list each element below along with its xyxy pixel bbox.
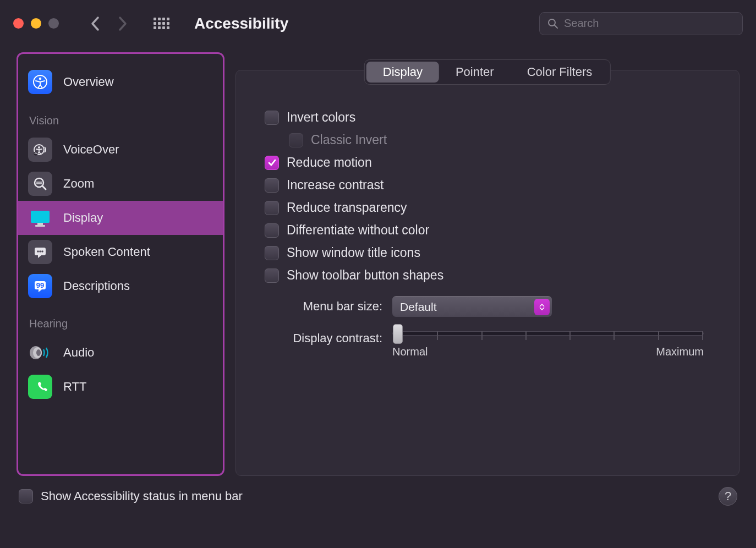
status-menu-bar-row: Show Accessibility status in menu bar bbox=[19, 489, 243, 503]
search-input[interactable] bbox=[564, 17, 735, 30]
zoom-icon bbox=[28, 172, 52, 196]
toolbar-shapes-row: Show toolbar button shapes bbox=[265, 268, 726, 283]
svg-point-15 bbox=[37, 250, 39, 253]
toolbar: Accessibility bbox=[0, 0, 756, 47]
rtt-icon bbox=[28, 375, 52, 399]
window-title: Accessibility bbox=[194, 15, 529, 32]
sidebar-item-rtt[interactable]: RTT bbox=[18, 370, 223, 404]
status-menu-bar-label: Show Accessibility status in menu bar bbox=[41, 489, 243, 503]
chevron-up-down-icon bbox=[534, 299, 550, 315]
reduce-transparency-label: Reduce transparency bbox=[287, 200, 407, 215]
display-contrast-label: Display contrast: bbox=[283, 331, 382, 346]
svg-rect-13 bbox=[35, 225, 45, 227]
back-button[interactable] bbox=[91, 16, 100, 31]
tab-display[interactable]: Display bbox=[366, 62, 439, 83]
menu-bar-size-value: Default bbox=[400, 300, 437, 314]
reduce-motion-row: Reduce motion bbox=[265, 155, 726, 170]
invert-colors-checkbox[interactable] bbox=[265, 111, 279, 125]
descriptions-icon: 99 bbox=[28, 274, 52, 298]
sidebar-item-audio[interactable]: Audio bbox=[18, 336, 223, 370]
diff-without-color-row: Differentiate without color bbox=[265, 223, 726, 238]
sidebar-item-voiceover[interactable]: VoiceOver bbox=[18, 133, 223, 167]
sidebar-section-vision: Vision bbox=[18, 100, 223, 133]
sidebar-item-label: Descriptions bbox=[63, 279, 130, 293]
classic-invert-label: Classic Invert bbox=[311, 133, 387, 147]
sidebar-item-label: Spoken Content bbox=[63, 245, 150, 259]
svg-line-1 bbox=[555, 25, 557, 28]
svg-point-22 bbox=[36, 349, 41, 356]
audio-icon bbox=[28, 341, 52, 365]
display-settings-panel: Display Pointer Color Filters Invert col… bbox=[235, 70, 739, 476]
classic-invert-checkbox bbox=[289, 133, 303, 147]
menu-bar-size-label: Menu bar size: bbox=[283, 299, 382, 314]
reduce-transparency-row: Reduce transparency bbox=[265, 200, 726, 215]
sidebar-item-label: Overview bbox=[63, 75, 114, 89]
sidebar: Overview Vision VoiceOver Zoom Display bbox=[17, 52, 224, 476]
svg-text:99: 99 bbox=[36, 281, 44, 289]
svg-point-5 bbox=[38, 146, 40, 149]
search-field[interactable] bbox=[539, 12, 743, 35]
search-icon bbox=[547, 18, 558, 29]
sidebar-item-label: Zoom bbox=[63, 177, 94, 191]
increase-contrast-checkbox[interactable] bbox=[265, 178, 279, 193]
svg-rect-12 bbox=[37, 223, 43, 225]
tab-bar: Display Pointer Color Filters bbox=[364, 59, 611, 85]
tab-pointer[interactable]: Pointer bbox=[439, 62, 511, 83]
menu-bar-size-row: Menu bar size: Default bbox=[265, 296, 726, 317]
reduce-transparency-checkbox[interactable] bbox=[265, 201, 279, 215]
window-title-icons-checkbox[interactable] bbox=[265, 246, 279, 260]
show-all-button[interactable] bbox=[154, 18, 170, 29]
svg-point-3 bbox=[39, 78, 41, 80]
increase-contrast-row: Increase contrast bbox=[265, 178, 726, 193]
invert-colors-row: Invert colors bbox=[265, 110, 726, 125]
toolbar-shapes-label: Show toolbar button shapes bbox=[287, 268, 443, 283]
help-button[interactable]: ? bbox=[719, 487, 737, 506]
status-menu-bar-checkbox[interactable] bbox=[19, 489, 33, 503]
slider-min-label: Normal bbox=[392, 346, 428, 358]
sidebar-item-display[interactable]: Display bbox=[18, 201, 223, 235]
svg-point-6 bbox=[34, 152, 38, 156]
sidebar-item-label: Audio bbox=[63, 346, 94, 360]
window-title-icons-label: Show window title icons bbox=[287, 245, 420, 260]
svg-point-16 bbox=[39, 250, 41, 253]
footer: Show Accessibility status in menu bar ? bbox=[0, 476, 756, 517]
window-controls bbox=[13, 18, 59, 29]
sidebar-item-label: VoiceOver bbox=[63, 143, 119, 157]
reduce-motion-label: Reduce motion bbox=[287, 155, 372, 170]
svg-rect-11 bbox=[31, 211, 50, 223]
sidebar-item-label: Display bbox=[63, 211, 103, 225]
navigation-arrows bbox=[91, 16, 127, 31]
sidebar-item-zoom[interactable]: Zoom bbox=[18, 167, 223, 201]
zoom-window-button[interactable] bbox=[48, 18, 59, 29]
sidebar-item-label: RTT bbox=[63, 380, 86, 394]
toolbar-shapes-checkbox[interactable] bbox=[265, 268, 279, 283]
display-contrast-slider[interactable] bbox=[392, 331, 704, 336]
classic-invert-row: Classic Invert bbox=[265, 133, 726, 147]
reduce-motion-checkbox[interactable] bbox=[265, 156, 279, 170]
display-contrast-row: Display contrast: Normal Maximum bbox=[265, 331, 726, 358]
svg-point-17 bbox=[41, 250, 43, 253]
diff-without-color-checkbox[interactable] bbox=[265, 223, 279, 238]
svg-line-8 bbox=[42, 186, 46, 189]
window-title-icons-row: Show window title icons bbox=[265, 245, 726, 260]
sidebar-section-hearing: Hearing bbox=[18, 303, 223, 336]
svg-point-0 bbox=[549, 19, 555, 26]
sidebar-item-overview[interactable]: Overview bbox=[18, 64, 223, 100]
tab-color-filters[interactable]: Color Filters bbox=[511, 62, 609, 83]
slider-max-label: Maximum bbox=[656, 346, 704, 358]
accessibility-icon bbox=[28, 70, 52, 94]
increase-contrast-label: Increase contrast bbox=[287, 178, 384, 193]
voiceover-icon bbox=[28, 138, 52, 162]
display-icon bbox=[28, 206, 52, 230]
invert-colors-label: Invert colors bbox=[287, 110, 355, 125]
minimize-window-button[interactable] bbox=[31, 18, 41, 29]
menu-bar-size-popup[interactable]: Default bbox=[392, 296, 552, 317]
forward-button[interactable] bbox=[118, 16, 127, 31]
close-window-button[interactable] bbox=[13, 18, 24, 29]
diff-without-color-label: Differentiate without color bbox=[287, 223, 429, 238]
spoken-content-icon bbox=[28, 240, 52, 264]
sidebar-item-spoken-content[interactable]: Spoken Content bbox=[18, 235, 223, 269]
slider-thumb[interactable] bbox=[393, 324, 403, 344]
sidebar-item-descriptions[interactable]: 99 Descriptions bbox=[18, 269, 223, 303]
